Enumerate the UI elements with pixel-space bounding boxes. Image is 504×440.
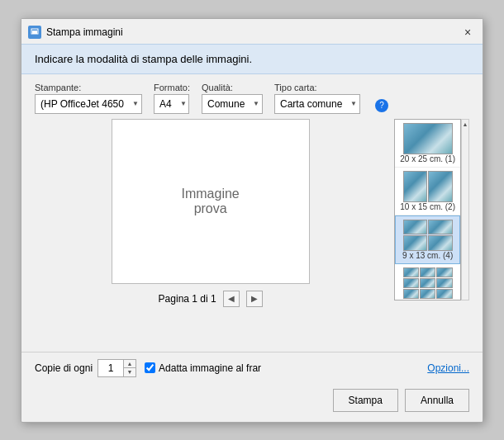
copies-spinner: ▲ ▼ xyxy=(97,359,136,377)
pagination-text: Pagina 1 di 1 xyxy=(159,293,216,305)
printer-select[interactable]: (HP OfficeJet 4650 xyxy=(35,94,142,114)
format-label: Formato: xyxy=(154,83,190,92)
spinner-up-button[interactable]: ▲ xyxy=(124,360,136,368)
size-label-10x15: 10 x 15 cm. (2) xyxy=(400,202,455,211)
preview-area: Immagine prova Pagina 1 di 1 ◀ ▶ xyxy=(35,119,386,345)
preview-text: Immagine prova xyxy=(182,187,240,216)
format-group: Formato: A4 ▼ xyxy=(154,83,190,114)
action-row: Stampa Annulla xyxy=(21,384,483,422)
cancel-button[interactable]: Annulla xyxy=(405,389,469,412)
printer-label: Stampante: xyxy=(35,83,142,92)
fit-checkbox[interactable] xyxy=(145,362,155,373)
controls-row: Stampante: (HP OfficeJet 4650 ▼ Formato:… xyxy=(21,74,483,119)
print-button[interactable]: Stampa xyxy=(333,389,398,412)
options-link[interactable]: Opzioni... xyxy=(427,362,469,374)
size-thumb-10x15 xyxy=(403,171,453,202)
paper-group: Tipo carta: Carta comune ▼ xyxy=(274,83,360,114)
help-button[interactable]: ? xyxy=(375,99,388,112)
fit-label: Adatta immagine al frar xyxy=(159,362,261,374)
instruction-bar: Indicare la modalità di stampa delle imm… xyxy=(21,44,483,74)
size-label-20x25: 20 x 25 cm. (1) xyxy=(400,154,455,163)
size-thumb-20x25 xyxy=(403,123,453,154)
size-thumb-wallet xyxy=(403,267,453,299)
dialog-title: Stampa immagini xyxy=(46,26,454,38)
spinner-buttons: ▲ ▼ xyxy=(123,360,136,376)
quality-select[interactable]: Comune xyxy=(202,94,263,114)
quality-label: Qualità: xyxy=(202,83,263,92)
sizes-list: 20 x 25 cm. (1) 10 x 15 cm. (2) xyxy=(394,119,461,300)
size-label-9x13: 9 x 13 cm. (4) xyxy=(402,251,453,260)
paper-label: Tipo carta: xyxy=(274,83,360,92)
scroll-up-icon[interactable]: ▲ xyxy=(462,121,468,128)
size-label-wallet: Wallet (9) xyxy=(410,299,445,300)
format-select-wrapper: A4 ▼ xyxy=(154,94,190,114)
paper-preview: Immagine prova xyxy=(112,119,310,284)
size-item-20x25[interactable]: 20 x 25 cm. (1) xyxy=(395,120,460,168)
size-thumb-9x13 xyxy=(403,220,453,251)
copies-group: Copie di ogni ▲ ▼ xyxy=(35,359,136,377)
prev-page-button[interactable]: ◀ xyxy=(223,291,240,307)
paper-select-wrapper: Carta comune ▼ xyxy=(274,94,360,114)
spinner-down-button[interactable]: ▼ xyxy=(124,368,136,376)
svg-rect-1 xyxy=(32,31,37,34)
size-item-wallet[interactable]: Wallet (9) xyxy=(395,264,460,300)
paper-select[interactable]: Carta comune xyxy=(274,94,360,114)
printer-select-wrapper: (HP OfficeJet 4650 ▼ xyxy=(35,94,142,114)
next-page-button[interactable]: ▶ xyxy=(246,291,263,307)
title-bar: Stampa immagini × xyxy=(21,19,483,44)
quality-select-wrapper: Comune ▼ xyxy=(202,94,263,114)
quality-group: Qualità: Comune ▼ xyxy=(202,83,263,114)
close-button[interactable]: × xyxy=(459,24,476,40)
format-select[interactable]: A4 xyxy=(154,94,189,114)
pagination-row: Pagina 1 di 1 ◀ ▶ xyxy=(159,291,263,307)
main-area: Immagine prova Pagina 1 di 1 ◀ ▶ 20 x 25… xyxy=(21,119,483,352)
size-item-9x13[interactable]: 9 x 13 cm. (4) xyxy=(395,215,460,264)
print-dialog: Stampa immagini × Indicare la modalità d… xyxy=(21,18,483,423)
copies-label: Copie di ogni xyxy=(35,362,93,374)
footer-row: Copie di ogni ▲ ▼ Adatta immagine al fra… xyxy=(21,352,483,384)
dialog-icon xyxy=(28,26,41,39)
printer-group: Stampante: (HP OfficeJet 4650 ▼ xyxy=(35,83,142,114)
sizes-panel-wrapper: 20 x 25 cm. (1) 10 x 15 cm. (2) xyxy=(394,119,469,345)
sizes-scrollbar[interactable]: ▲ xyxy=(461,119,469,300)
size-item-10x15[interactable]: 10 x 15 cm. (2) xyxy=(395,168,460,215)
copies-input[interactable] xyxy=(98,360,123,376)
fit-checkbox-group: Adatta immagine al frar xyxy=(145,362,261,374)
instruction-text: Indicare la modalità di stampa delle imm… xyxy=(35,53,252,65)
